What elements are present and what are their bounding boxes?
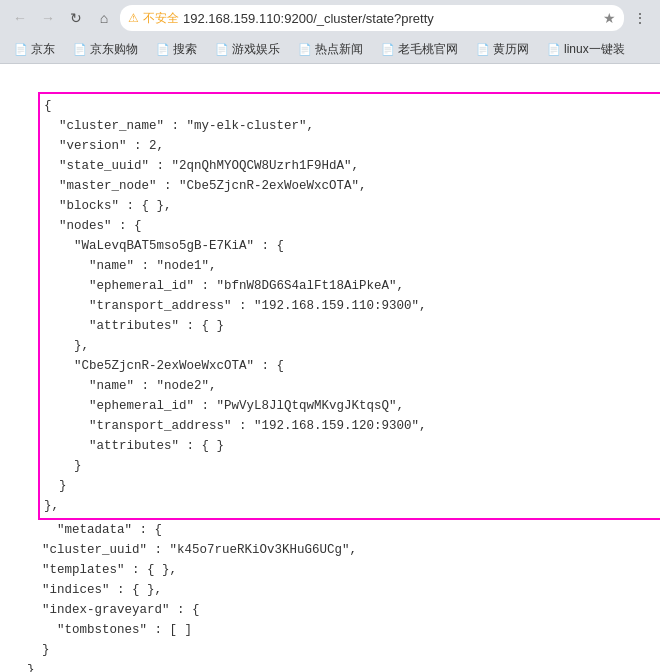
state-uuid-value: "2qnQhMYOQCW8Uzrh1F9HdA" xyxy=(172,159,352,173)
node1-attrs-key: "attributes" xyxy=(89,319,179,333)
master-node-value: "Cbe5ZjcnR-2exWoeWxcOTA" xyxy=(179,179,359,193)
node2-transport-key: "transport_address" xyxy=(89,419,232,433)
nodes-key: "nodes" xyxy=(59,219,112,233)
node2-ephemeral-value: "PwVyL8JlQtqwMKvgJKtqsQ" xyxy=(217,399,397,413)
node1-ephemeral-key: "ephemeral_id" xyxy=(89,279,194,293)
bookmark-icon-search: 📄 xyxy=(156,43,170,56)
bookmark-label-games: 游戏娱乐 xyxy=(232,41,280,58)
bookmark-star-icon[interactable]: ★ xyxy=(603,10,616,26)
bookmark-jd[interactable]: 📄 京东 xyxy=(8,39,61,60)
bookmarks-bar: 📄 京东 📄 京东购物 📄 搜索 📄 游戏娱乐 📄 热点新闻 📄 老毛桃官网 📄… xyxy=(0,36,660,64)
bookmark-peach[interactable]: 📄 老毛桃官网 xyxy=(375,39,464,60)
state-uuid-key: "state_uuid" xyxy=(59,159,149,173)
node2-ephemeral-key: "ephemeral_id" xyxy=(89,399,194,413)
bookmark-news[interactable]: 📄 热点新闻 xyxy=(292,39,369,60)
bookmark-icon-almanac: 📄 xyxy=(476,43,490,56)
bookmark-label-almanac: 黄历网 xyxy=(493,41,529,58)
node1-name-value: "node1" xyxy=(157,259,210,273)
node1-id-key: "WaLevqBAT5mso5gB-E7KiA" xyxy=(74,239,254,253)
tombstones-key: "tombstones" xyxy=(57,623,147,637)
highlighted-json-block: { "cluster_name" : "my-elk-cluster", "ve… xyxy=(38,92,660,520)
master-node-key: "master_node" xyxy=(59,179,157,193)
address-input[interactable] xyxy=(183,11,599,26)
metadata-key: "metadata" xyxy=(42,523,132,537)
address-bar-wrapper: ⚠ 不安全 ★ xyxy=(120,5,624,31)
node1-ephemeral-value: "bfnW8DG6S4alFt18AiPkeA" xyxy=(217,279,397,293)
node2-name-key: "name" xyxy=(89,379,134,393)
menu-button[interactable]: ⋮ xyxy=(628,6,652,30)
index-graveyard-key: "index-graveyard" xyxy=(42,603,170,617)
bookmark-linux[interactable]: 📄 linux一键装 xyxy=(541,39,631,60)
bookmark-icon-peach: 📄 xyxy=(381,43,395,56)
bookmark-label-peach: 老毛桃官网 xyxy=(398,41,458,58)
node1-transport-value: "192.168.159.110:9300" xyxy=(254,299,419,313)
node1-name-key: "name" xyxy=(89,259,134,273)
bookmark-almanac[interactable]: 📄 黄历网 xyxy=(470,39,535,60)
cluster-uuid-value: "k45o7rueRKiOv3KHuG6UCg" xyxy=(170,543,350,557)
bookmark-label-linux: linux一键装 xyxy=(564,41,625,58)
bookmark-icon-jd: 📄 xyxy=(14,43,28,56)
bookmark-icon-news: 📄 xyxy=(298,43,312,56)
json-content: { "cluster_name" : "my-elk-cluster", "ve… xyxy=(12,72,648,672)
forward-button[interactable]: → xyxy=(36,6,60,30)
bookmark-games[interactable]: 📄 游戏娱乐 xyxy=(209,39,286,60)
indices-key: "indices" xyxy=(42,583,110,597)
templates-key: "templates" xyxy=(42,563,125,577)
reload-button[interactable]: ↻ xyxy=(64,6,88,30)
bookmark-jd-shop[interactable]: 📄 京东购物 xyxy=(67,39,144,60)
cluster-name-value: "my-elk-cluster" xyxy=(187,119,307,133)
node2-attrs-key: "attributes" xyxy=(89,439,179,453)
blocks-key: "blocks" xyxy=(59,199,119,213)
bookmark-icon-jd-shop: 📄 xyxy=(73,43,87,56)
nav-bar: ← → ↻ ⌂ ⚠ 不安全 ★ ⋮ xyxy=(0,0,660,36)
browser-chrome: ← → ↻ ⌂ ⚠ 不安全 ★ ⋮ 📄 京东 📄 京东购物 📄 搜索 📄 游戏娱… xyxy=(0,0,660,64)
home-button[interactable]: ⌂ xyxy=(92,6,116,30)
bookmark-icon-games: 📄 xyxy=(215,43,229,56)
node2-transport-value: "192.168.159.120:9300" xyxy=(254,419,419,433)
content-area[interactable]: { "cluster_name" : "my-elk-cluster", "ve… xyxy=(0,64,660,672)
node2-id-key: "Cbe5ZjcnR-2exWoeWxcOTA" xyxy=(74,359,254,373)
back-button[interactable]: ← xyxy=(8,6,32,30)
node1-transport-key: "transport_address" xyxy=(89,299,232,313)
bookmark-icon-linux: 📄 xyxy=(547,43,561,56)
bookmark-label-search: 搜索 xyxy=(173,41,197,58)
bookmark-label-news: 热点新闻 xyxy=(315,41,363,58)
version-key: "version" xyxy=(59,139,127,153)
bookmark-label-jd-shop: 京东购物 xyxy=(90,41,138,58)
bookmark-search[interactable]: 📄 搜索 xyxy=(150,39,203,60)
version-value: 2 xyxy=(149,139,157,153)
bookmark-label-jd: 京东 xyxy=(31,41,55,58)
cluster-name-key: "cluster_name" xyxy=(59,119,164,133)
node2-name-value: "node2" xyxy=(157,379,210,393)
warning-icon: ⚠ xyxy=(128,11,139,25)
cluster-uuid-key: "cluster_uuid" xyxy=(42,543,147,557)
insecure-label: 不安全 xyxy=(143,10,179,27)
